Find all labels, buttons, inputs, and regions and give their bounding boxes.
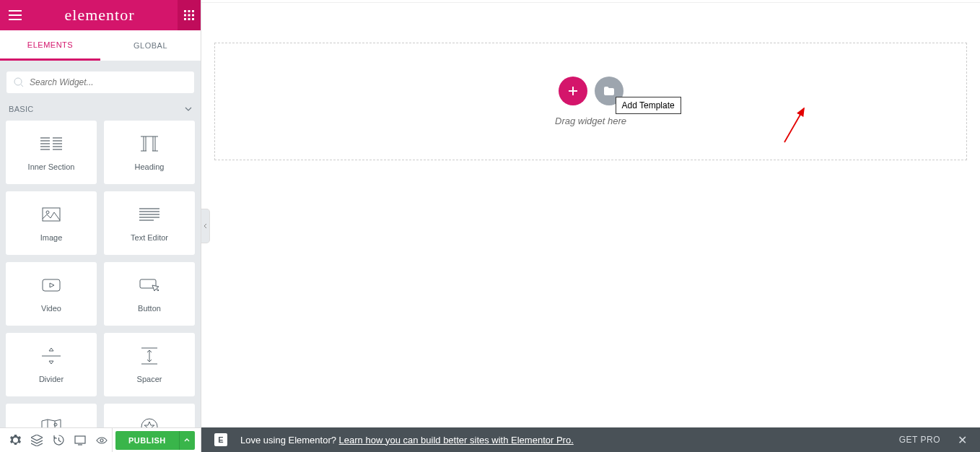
promo-prefix: Love using Elementor? bbox=[240, 435, 339, 446]
widget-heading[interactable]: Heading bbox=[104, 121, 195, 184]
section-basic-label: BASIC bbox=[9, 105, 34, 113]
close-icon[interactable]: ✕ bbox=[958, 433, 967, 447]
publish-button[interactable]: PUBLISH bbox=[115, 431, 179, 450]
tab-global[interactable]: GLOBAL bbox=[100, 30, 201, 61]
promo-text: Love using Elementor? Learn how you can … bbox=[240, 435, 899, 446]
widget-inner-section[interactable]: Inner Section bbox=[6, 121, 97, 184]
collapse-sidebar[interactable] bbox=[201, 209, 210, 243]
widget-label: Image bbox=[40, 233, 63, 242]
button-icon bbox=[139, 275, 159, 295]
svg-line-10 bbox=[21, 84, 23, 87]
search-input[interactable] bbox=[30, 77, 187, 87]
history-icon[interactable] bbox=[48, 428, 69, 453]
canvas: Add Template Drag widget here bbox=[201, 3, 980, 452]
responsive-icon[interactable] bbox=[69, 428, 91, 453]
svg-rect-4 bbox=[188, 14, 191, 17]
widget-label: Button bbox=[138, 304, 161, 313]
svg-rect-21 bbox=[43, 208, 60, 221]
add-template-button[interactable]: Add Template bbox=[595, 77, 624, 105]
promo-link[interactable]: Learn how you can build better sites wit… bbox=[339, 435, 574, 446]
widget-icon[interactable]: Icon bbox=[104, 404, 195, 427]
svg-rect-6 bbox=[184, 18, 186, 20]
navigator-icon[interactable] bbox=[26, 428, 48, 453]
svg-rect-5 bbox=[192, 14, 194, 17]
widget-text-editor[interactable]: Text Editor bbox=[104, 191, 195, 255]
widget-video[interactable]: Video bbox=[6, 262, 97, 326]
drop-zone[interactable]: Add Template Drag widget here bbox=[214, 43, 967, 160]
search-icon bbox=[14, 77, 24, 87]
svg-rect-3 bbox=[184, 14, 186, 17]
text-editor-icon bbox=[139, 204, 159, 225]
svg-rect-0 bbox=[184, 10, 186, 12]
settings-icon[interactable] bbox=[4, 428, 26, 453]
drop-text: Drag widget here bbox=[555, 116, 626, 126]
sidebar-header: elementor bbox=[0, 0, 201, 30]
chevron-down-icon bbox=[185, 107, 192, 111]
image-icon bbox=[42, 204, 61, 225]
tab-elements[interactable]: ELEMENTS bbox=[0, 30, 100, 61]
widget-label: Spacer bbox=[137, 375, 162, 383]
apps-icon[interactable] bbox=[178, 0, 201, 30]
svg-point-33 bbox=[141, 419, 157, 427]
search-box[interactable] bbox=[6, 71, 194, 93]
star-icon bbox=[141, 417, 158, 427]
widget-label: Heading bbox=[135, 162, 165, 171]
logo: elementor bbox=[65, 6, 135, 25]
widgets-grid: Inner Section Heading Image Text Editor bbox=[0, 121, 201, 427]
widget-button[interactable]: Button bbox=[104, 262, 195, 326]
widget-label: Divider bbox=[39, 375, 64, 383]
svg-rect-34 bbox=[75, 436, 85, 443]
footer-bar: PUBLISH bbox=[0, 427, 201, 452]
widget-image[interactable]: Image bbox=[6, 191, 97, 255]
svg-rect-8 bbox=[192, 18, 194, 20]
inner-section-icon bbox=[40, 134, 62, 154]
widget-maps[interactable]: Google Maps bbox=[6, 404, 97, 427]
maps-icon bbox=[41, 417, 61, 427]
widget-label: Text Editor bbox=[131, 233, 168, 242]
add-section-button[interactable] bbox=[559, 77, 587, 105]
divider-icon bbox=[42, 346, 61, 366]
spacer-icon bbox=[141, 346, 157, 366]
svg-point-9 bbox=[14, 78, 22, 85]
widget-label: Inner Section bbox=[28, 162, 75, 171]
svg-point-22 bbox=[46, 211, 49, 214]
svg-rect-7 bbox=[188, 18, 191, 20]
get-pro-link[interactable]: GET PRO bbox=[899, 435, 940, 445]
heading-icon bbox=[139, 134, 159, 154]
sidebar-tabs: ELEMENTS GLOBAL bbox=[0, 30, 201, 61]
svg-rect-28 bbox=[43, 279, 60, 291]
svg-point-36 bbox=[100, 439, 103, 442]
tooltip: Add Template bbox=[616, 97, 681, 114]
publish-dropdown[interactable] bbox=[179, 431, 195, 450]
section-basic[interactable]: BASIC bbox=[0, 100, 201, 121]
video-icon bbox=[42, 275, 61, 295]
svg-rect-2 bbox=[192, 10, 194, 12]
preview-icon[interactable] bbox=[91, 428, 113, 453]
widget-spacer[interactable]: Spacer bbox=[104, 333, 195, 396]
widget-divider[interactable]: Divider bbox=[6, 333, 97, 396]
svg-rect-1 bbox=[188, 10, 191, 12]
elementor-badge-icon: E bbox=[214, 433, 227, 446]
widget-label: Video bbox=[41, 304, 61, 313]
menu-icon[interactable] bbox=[9, 10, 22, 20]
promo-bar: E Love using Elementor? Learn how you ca… bbox=[201, 427, 980, 452]
